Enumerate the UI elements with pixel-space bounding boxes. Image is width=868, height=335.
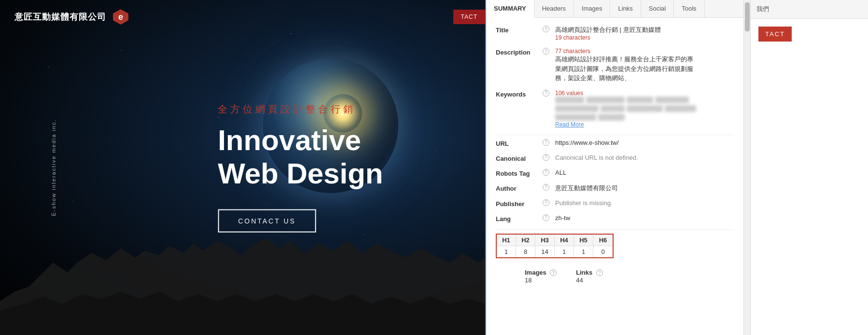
field-keywords-row: Keywords ? 106 values Read More: [496, 90, 734, 128]
keywords-blurred: [555, 97, 734, 121]
sidebar-text: E-show interactive media inc.: [51, 119, 56, 216]
description-text: 高雄網站設計好評推薦！服務全台上千家客戶的專業網頁設計圖隊，為您提供全方位網路行…: [555, 55, 695, 83]
keyword-block-7: [627, 105, 663, 112]
tab-tools[interactable]: Tools: [674, 0, 704, 17]
keyword-block-2: [586, 97, 625, 103]
keyword-block-8: [665, 105, 696, 112]
description-value-group: 77 characters 高雄網站設計好評推薦！服務全台上千家客戶的專業網頁設…: [555, 48, 695, 83]
read-more-link[interactable]: Read More: [555, 121, 584, 128]
field-description-row: Description ? 77 characters 高雄網站設計好評推薦！服…: [496, 48, 734, 83]
hero-title: Innovative Web Design: [218, 124, 383, 190]
images-label: Images: [525, 269, 546, 276]
far-right-tabs: 我們: [751, 0, 868, 19]
contact-us-button[interactable]: CONTACT US: [218, 209, 316, 233]
keyword-block-4: [655, 97, 689, 103]
keywords-label: Keywords: [496, 90, 539, 98]
heading-h4-value: 1: [555, 246, 574, 257]
title-label: Title: [496, 26, 539, 34]
title-count: 19 characters: [555, 34, 734, 41]
far-right-tab-partial[interactable]: 我們: [751, 0, 775, 18]
lang-label: Lang: [496, 214, 539, 223]
title-info-icon[interactable]: ?: [543, 26, 549, 32]
hero-content: 全方位網頁設計整合行銷 Innovative Web Design CONTAC…: [218, 103, 383, 233]
url-label: URL: [496, 139, 539, 147]
field-publisher-row: Publisher ? Publisher is missing.: [496, 199, 734, 208]
links-label: Links: [576, 269, 592, 276]
logo-icon: e: [112, 8, 129, 26]
field-canonical-row: Canonical ? Canonical URL is not defined…: [496, 154, 734, 162]
robots-info-icon[interactable]: ?: [543, 169, 549, 176]
tabs-bar: SUMMARY Headers Images Links Social Tool…: [486, 0, 743, 18]
keyword-block-9: [555, 114, 596, 121]
field-url-row: URL ? https://www.e-show.tw/: [496, 139, 734, 147]
heading-h3-value: 14: [535, 246, 555, 257]
heading-h3-label: H3: [535, 235, 555, 246]
publisher-label: Publisher: [496, 199, 539, 208]
tab-headers[interactable]: Headers: [534, 0, 574, 17]
field-robots-row: Robots Tag ? ALL: [496, 169, 734, 177]
top-nav: 意匠互動媒體有限公司 e TACT: [0, 0, 485, 34]
heading-h1-value: 1: [497, 246, 516, 257]
panel-content: Title ? 高雄網頁設計整合行銷 | 意匠互動媒體 19 character…: [486, 18, 743, 335]
robots-value: ALL: [555, 169, 734, 176]
keyword-block-3: [627, 97, 653, 103]
description-info-icon[interactable]: ?: [543, 48, 549, 55]
keyword-block-6: [601, 105, 625, 112]
author-info-icon[interactable]: ?: [543, 184, 549, 191]
keywords-info-icon[interactable]: ?: [543, 90, 549, 97]
images-value: 18: [525, 277, 557, 284]
heading-h2-label: H2: [516, 235, 535, 246]
url-info-icon[interactable]: ?: [543, 139, 549, 146]
images-info-icon[interactable]: ?: [550, 269, 557, 276]
far-right-content: TACT: [751, 19, 868, 54]
heading-h6-label: H6: [593, 235, 613, 246]
heading-h1-label: H1: [497, 235, 516, 246]
canonical-info-icon[interactable]: ?: [543, 154, 549, 161]
author-label: Author: [496, 184, 539, 192]
links-stat: Links ? 44: [576, 268, 602, 284]
website-preview: E-show interactive media inc. 意匠互動媒體有限公司…: [0, 0, 485, 335]
canonical-label: Canonical: [496, 154, 539, 162]
svg-text:e: e: [118, 12, 123, 22]
publisher-info-icon[interactable]: ?: [543, 199, 549, 206]
tab-images[interactable]: Images: [574, 0, 611, 17]
lang-info-icon[interactable]: ?: [543, 214, 549, 221]
far-right-panel: 我們 TACT: [750, 0, 868, 335]
heading-h2-value: 8: [516, 246, 535, 257]
tab-summary[interactable]: SUMMARY: [486, 0, 534, 18]
tab-links[interactable]: Links: [610, 0, 641, 17]
logo-text: 意匠互動媒體有限公司: [14, 11, 106, 23]
description-label: Description: [496, 48, 539, 56]
field-author-row: Author ? 意匠互動媒體有限公司: [496, 184, 734, 193]
title-value-text: 高雄網頁設計整合行銷 | 意匠互動媒體: [555, 26, 734, 34]
field-lang-row: Lang ? zh-tw: [496, 214, 734, 223]
scrollbar-thumb[interactable]: [745, 2, 750, 31]
nav-partial-text: TACT: [453, 10, 485, 24]
links-info-icon[interactable]: ?: [596, 269, 603, 276]
keyword-block-10: [598, 114, 625, 121]
heading-h6-value: 0: [593, 246, 613, 257]
keywords-value-group: 106 values Read More: [555, 90, 734, 128]
hero-subtitle-zh: 全方位網頁設計整合行銷: [218, 103, 383, 116]
author-value: 意匠互動媒體有限公司: [555, 184, 734, 193]
canonical-value: Canonical URL is not defined.: [555, 154, 734, 161]
robots-label: Robots Tag: [496, 169, 539, 177]
heading-value-row: 1 8 14 1 1 0: [497, 246, 613, 257]
stats-area: Images ? 18 Links ? 44: [525, 268, 603, 284]
heading-h5-value: 1: [574, 246, 593, 257]
seo-panel: SUMMARY Headers Images Links Social Tool…: [485, 0, 743, 335]
images-stat: Images ? 18: [525, 268, 557, 284]
heading-table: H1 H2 H3 H4 H5 H6 1 8 14 1 1 0: [496, 234, 614, 258]
heading-header-row: H1 H2 H3 H4 H5 H6: [497, 235, 613, 246]
keyword-block-5: [555, 105, 599, 112]
keywords-count: 106 values: [555, 90, 734, 97]
tab-social[interactable]: Social: [641, 0, 674, 17]
nav-right-partial: TACT: [453, 0, 485, 34]
far-right-contact-partial: TACT: [758, 27, 792, 42]
heading-h5-label: H5: [574, 235, 593, 246]
description-count: 77 characters: [555, 48, 695, 55]
heading-h4-label: H4: [555, 235, 574, 246]
publisher-value: Publisher is missing.: [555, 199, 734, 207]
scrollbar[interactable]: [743, 0, 750, 335]
background-rocks: [0, 214, 485, 335]
